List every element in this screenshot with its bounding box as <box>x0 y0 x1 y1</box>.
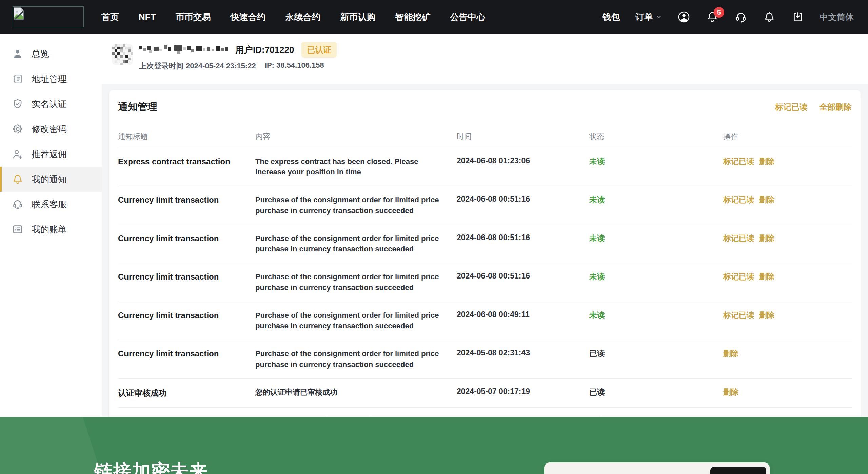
subscribe-button[interactable] <box>710 467 766 474</box>
user-id: 用户ID:701220 <box>235 44 294 56</box>
status-badge: 未读 <box>589 271 723 282</box>
notification-time: 2024-06-08 00:51:16 <box>457 233 589 242</box>
table-row: Currency limit transaction Purchase of t… <box>118 340 852 378</box>
nav-link[interactable]: 快速合约 <box>231 11 266 23</box>
mark-read-link[interactable]: 标记已读 <box>723 271 754 282</box>
sidebar-item-change-password[interactable]: 修改密码 <box>0 117 102 142</box>
orders-menu[interactable]: 订单 <box>635 11 662 23</box>
support-headset-icon[interactable] <box>734 11 747 23</box>
bell-icon <box>12 173 23 185</box>
sidebar-item-label: 地址管理 <box>32 73 67 85</box>
table-row: Currency limit transaction Purchase of t… <box>118 225 852 263</box>
nav-link[interactable]: 首页 <box>101 11 119 23</box>
status-badge: 已读 <box>589 348 723 359</box>
nav-link[interactable]: 智能挖矿 <box>395 11 431 23</box>
notification-time: 2024-06-08 01:23:06 <box>457 156 589 165</box>
delete-link[interactable]: 删除 <box>759 194 775 205</box>
sidebar-item-contact-support[interactable]: 联系客服 <box>0 192 102 217</box>
avatar <box>112 44 133 65</box>
sidebar-item-overview[interactable]: 总览 <box>0 41 102 66</box>
notification-content: Purchase of the consignment order for li… <box>255 233 445 254</box>
notification-time: 2024-05-08 02:31:43 <box>457 348 589 357</box>
last-login-time: 上次登录时间 2024-05-24 23:15:22 <box>139 61 256 71</box>
nav-right: 钱包 订单 5 <box>602 11 854 23</box>
notification-time: 2024-06-08 00:51:16 <box>457 194 589 204</box>
column-header: 状态 <box>589 131 723 142</box>
broken-image-icon <box>14 7 24 20</box>
column-header: 内容 <box>255 131 457 142</box>
chevron-down-icon <box>656 14 662 20</box>
mark-read-link[interactable]: 标记已读 <box>723 194 754 205</box>
notification-content: Purchase of the consignment order for li… <box>255 271 445 292</box>
nav-link[interactable]: NFT <box>139 12 156 22</box>
notification-title: Currency limit transaction <box>118 194 255 205</box>
nav-link[interactable]: 新币认购 <box>340 11 376 23</box>
nav-link[interactable]: 公告中心 <box>450 11 486 23</box>
sidebar-item-referral[interactable]: 推荐返佣 <box>0 142 102 167</box>
page-title: 通知管理 <box>118 100 157 114</box>
notification-title: Currency limit transaction <box>118 310 255 320</box>
notification-content: Purchase of the consignment order for li… <box>255 194 445 215</box>
gear-icon <box>12 123 23 135</box>
delete-link[interactable]: 删除 <box>759 310 775 321</box>
delete-link[interactable]: 删除 <box>723 348 739 359</box>
notification-content: 您的认证申请已审核成功 <box>255 387 445 397</box>
sidebar-item-label: 联系客服 <box>32 199 67 210</box>
orders-label: 订单 <box>635 11 653 23</box>
notification-time: 2024-06-08 00:51:16 <box>457 271 589 281</box>
language-selector[interactable]: 中文简体 <box>820 12 854 23</box>
sidebar-item-label: 我的账单 <box>32 224 67 235</box>
account-icon[interactable] <box>677 11 690 23</box>
sidebar-item-label: 修改密码 <box>32 123 67 135</box>
nav-link[interactable]: 永续合约 <box>285 11 321 23</box>
mark-read-link[interactable]: 标记已读 <box>723 310 754 321</box>
status-badge: 未读 <box>589 310 723 321</box>
column-header: 通知标题 <box>118 131 255 142</box>
verified-badge: 已认证 <box>301 42 337 58</box>
table-row: 认证审核成功 您的认证申请已审核成功 2024-05-07 00:17:19 已… <box>118 379 852 408</box>
mark-read-link[interactable]: 标记已读 <box>723 156 754 167</box>
notification-title: Currency limit transaction <box>118 348 255 358</box>
notifications-bell-icon[interactable]: 5 <box>706 11 719 23</box>
column-header: 时间 <box>457 131 589 142</box>
main-content: 用户ID:701220 已认证 上次登录时间 2024-05-24 23:15:… <box>102 34 868 417</box>
logo-placeholder[interactable] <box>13 6 84 27</box>
sidebar-item-label: 我的通知 <box>32 173 67 185</box>
table-row: Currency limit transaction Purchase of t… <box>118 302 852 340</box>
status-badge: 未读 <box>589 156 723 167</box>
subscribe-input[interactable] <box>552 469 705 474</box>
delete-all-link[interactable]: 全部删除 <box>819 102 852 112</box>
delete-link[interactable]: 删除 <box>723 387 739 397</box>
bill-list-icon <box>12 224 23 235</box>
notification-title: 认证审核成功 <box>118 387 255 398</box>
top-nav: 首页NFT币币交易快速合约永续合约新币认购智能挖矿公告中心 钱包 订单 5 <box>0 0 868 34</box>
nav-link[interactable]: 币币交易 <box>176 11 211 23</box>
address-book-icon <box>12 73 23 85</box>
delete-link[interactable]: 删除 <box>759 233 775 244</box>
sidebar-item-address-management[interactable]: 地址管理 <box>0 66 102 91</box>
notification-content: Purchase of the consignment order for li… <box>255 310 445 331</box>
notification-table: Express contract transaction The express… <box>118 148 852 417</box>
sidebar-item-my-bills[interactable]: 我的账单 <box>0 217 102 242</box>
notification-title: Currency limit transaction <box>118 271 255 282</box>
notification-content: Purchase of the consignment order for li… <box>255 348 445 369</box>
wallet-link[interactable]: 钱包 <box>602 11 620 23</box>
delete-link[interactable]: 删除 <box>759 271 775 282</box>
sidebar-item-identity-verification[interactable]: 实名认证 <box>0 91 102 117</box>
announcement-bell-icon[interactable] <box>763 11 776 23</box>
sidebar-item-my-notifications[interactable]: 我的通知 <box>0 167 102 192</box>
username-redacted <box>139 45 228 55</box>
table-row: Currency limit transaction Purchase of t… <box>118 186 852 225</box>
status-badge: 已读 <box>589 387 723 397</box>
notification-time: 2024-05-07 00:17:19 <box>457 387 589 396</box>
mark-read-link[interactable]: 标记已读 <box>723 233 754 244</box>
delete-link[interactable]: 删除 <box>759 156 775 167</box>
user-icon <box>12 48 23 60</box>
download-app-icon[interactable] <box>791 11 804 23</box>
user-plus-icon <box>12 148 23 160</box>
notification-content: The express contract has been closed. Pl… <box>255 156 445 177</box>
mark-all-read-link[interactable]: 标记已读 <box>775 102 808 112</box>
table-row: Express contract transaction The express… <box>118 148 852 186</box>
user-info-header: 用户ID:701220 已认证 上次登录时间 2024-05-24 23:15:… <box>102 34 868 84</box>
sidebar: 总览 地址管理 实名认证 修改密码 推荐返佣 我的通知 <box>0 34 102 417</box>
